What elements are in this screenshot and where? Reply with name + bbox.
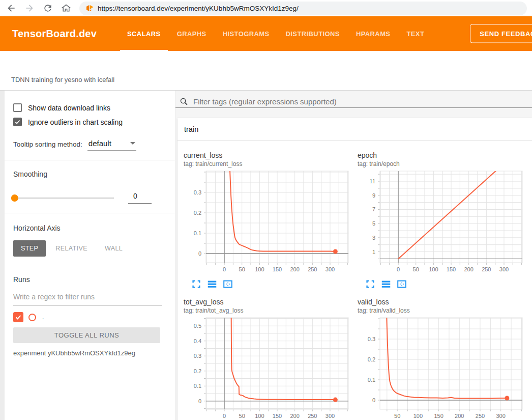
data-series-icon[interactable] [206, 278, 218, 290]
data-series-icon[interactable] [380, 278, 392, 290]
svg-text:0: 0 [223, 266, 226, 272]
address-bar[interactable]: https://tensorboard.dev/experiment/yKUbh… [79, 2, 527, 15]
fit-domain-icon[interactable] [396, 278, 407, 290]
svg-text:50: 50 [239, 413, 245, 419]
experiment-strip: TDNN training for yesno with icefall [0, 51, 532, 91]
fullscreen-icon[interactable] [191, 278, 202, 290]
svg-text:100: 100 [429, 266, 438, 272]
svg-text:250: 250 [308, 413, 317, 419]
svg-text:0: 0 [223, 413, 226, 419]
svg-text:7: 7 [372, 206, 375, 212]
svg-text:0.1: 0.1 [368, 377, 375, 383]
svg-text:200: 200 [464, 266, 473, 272]
checkbox-unchecked-icon[interactable] [13, 103, 22, 112]
tooltip-sorting-select[interactable]: default [87, 138, 136, 151]
svg-text:50: 50 [239, 266, 245, 272]
svg-text:250: 250 [308, 266, 317, 272]
svg-text:0.1: 0.1 [194, 383, 201, 389]
tooltip-sorting-row: Tooltip sorting method: default [13, 138, 164, 151]
checkbox-label: Ignore outliers in chart scaling [28, 118, 123, 126]
chevron-down-icon [130, 142, 135, 145]
line-chart[interactable]: 05010015020025030000.10.20.30.40.5 [184, 316, 358, 420]
divider [0, 266, 175, 266]
tab-histograms[interactable]: HISTOGRAMS [215, 16, 278, 51]
chart-title: valid_loss [358, 298, 531, 306]
tab-hparams[interactable]: HPARAMS [348, 16, 399, 51]
svg-text:150: 150 [434, 413, 443, 419]
tab-text[interactable]: TEXT [398, 16, 432, 51]
app-header: TensorBoard.dev SCALARS GRAPHS HISTOGRAM… [0, 16, 532, 51]
svg-text:0: 0 [372, 397, 375, 403]
svg-text:250: 250 [482, 266, 491, 272]
svg-text:50: 50 [394, 413, 400, 419]
show-download-links-checkbox-row[interactable]: Show data download links [13, 103, 164, 112]
svg-text:50: 50 [413, 266, 419, 272]
svg-text:0.4: 0.4 [194, 338, 201, 344]
checkbox-label: Show data download links [28, 104, 110, 112]
tab-graphs[interactable]: GRAPHS [169, 16, 215, 51]
horizontal-axis-buttons: STEP RELATIVE WALL [13, 240, 164, 257]
slider-thumb[interactable] [11, 194, 18, 202]
selected-option: default [88, 139, 111, 148]
svg-text:0.3: 0.3 [368, 336, 375, 342]
tooltip-sorting-label: Tooltip sorting method: [13, 141, 82, 148]
line-chart[interactable]: 05010015020025030000.10.20.3 [184, 169, 358, 276]
svg-text:5: 5 [372, 220, 375, 227]
chart-title: current_loss [184, 151, 358, 159]
svg-text:0: 0 [198, 250, 201, 257]
run-color-ring-icon[interactable] [28, 314, 36, 321]
step-button[interactable]: STEP [13, 240, 46, 257]
send-feedback-button[interactable]: SEND FEEDBACK [470, 24, 532, 43]
svg-text:250: 250 [476, 413, 485, 419]
ignore-outliers-checkbox-row[interactable]: Ignore outliers in chart scaling [13, 118, 164, 126]
svg-text:100: 100 [413, 413, 423, 419]
forward-icon[interactable] [24, 3, 35, 13]
svg-text:0.1: 0.1 [194, 230, 201, 236]
chart-card-valid-loss: valid_loss tag: train/valid_loss 5010015… [358, 298, 531, 420]
back-icon[interactable] [6, 3, 16, 13]
horizontal-axis-label: Horizontal Axis [13, 224, 164, 232]
line-chart[interactable]: 0501001502002503001357911 [358, 169, 531, 276]
runs-label: Runs [13, 275, 164, 284]
charts-grid: current_loss tag: train/current_loss 050… [178, 141, 532, 420]
chart-card-tot-avg-loss: tot_avg_loss tag: train/tot_avg_loss 050… [184, 298, 358, 420]
svg-text:200: 200 [290, 266, 299, 272]
toggle-all-runs-button[interactable]: TOGGLE ALL RUNS [13, 327, 160, 343]
tab-distributions[interactable]: DISTRIBUTIONS [278, 16, 348, 51]
tag-group-title[interactable]: train [178, 118, 532, 141]
fullscreen-icon[interactable] [365, 278, 376, 290]
run-checkbox-checked-icon[interactable] [13, 312, 23, 322]
reload-icon[interactable] [43, 3, 53, 13]
fit-domain-icon[interactable] [222, 278, 233, 290]
divider [0, 160, 175, 160]
svg-text:9: 9 [372, 192, 375, 199]
checkbox-checked-icon[interactable] [13, 118, 22, 126]
svg-text:0: 0 [397, 266, 400, 272]
chart-title: tot_avg_loss [184, 298, 358, 306]
smoothing-slider-row: 0 [13, 192, 164, 204]
svg-text:100: 100 [255, 266, 264, 272]
svg-text:0: 0 [198, 398, 201, 404]
relative-button[interactable]: RELATIVE [48, 240, 95, 257]
smoothing-value[interactable]: 0 [128, 192, 152, 204]
run-name: . [42, 314, 44, 321]
wall-button[interactable]: WALL [97, 240, 130, 257]
svg-text:0.2: 0.2 [194, 368, 201, 374]
smoothing-label: Smoothing [13, 170, 164, 178]
runs-regex-input[interactable] [13, 291, 162, 305]
sidebar-scrollbar[interactable] [0, 91, 5, 420]
svg-text:0.5: 0.5 [194, 323, 201, 329]
svg-text:150: 150 [447, 266, 456, 272]
chart-card-epoch: epoch tag: train/epoch 05010015020025030… [358, 151, 531, 290]
svg-text:1: 1 [372, 249, 375, 255]
line-chart[interactable]: 5010015020025030000.10.20.3 [358, 316, 531, 420]
svg-text:200: 200 [290, 413, 299, 419]
tab-scalars[interactable]: SCALARS [119, 16, 169, 51]
svg-text:0.3: 0.3 [194, 189, 201, 195]
smoothing-slider[interactable] [13, 198, 114, 199]
chart-actions [358, 278, 531, 290]
check-icon [15, 314, 22, 321]
svg-text:300: 300 [499, 266, 509, 272]
home-icon[interactable] [61, 3, 71, 13]
tag-filter-input[interactable] [193, 97, 532, 106]
